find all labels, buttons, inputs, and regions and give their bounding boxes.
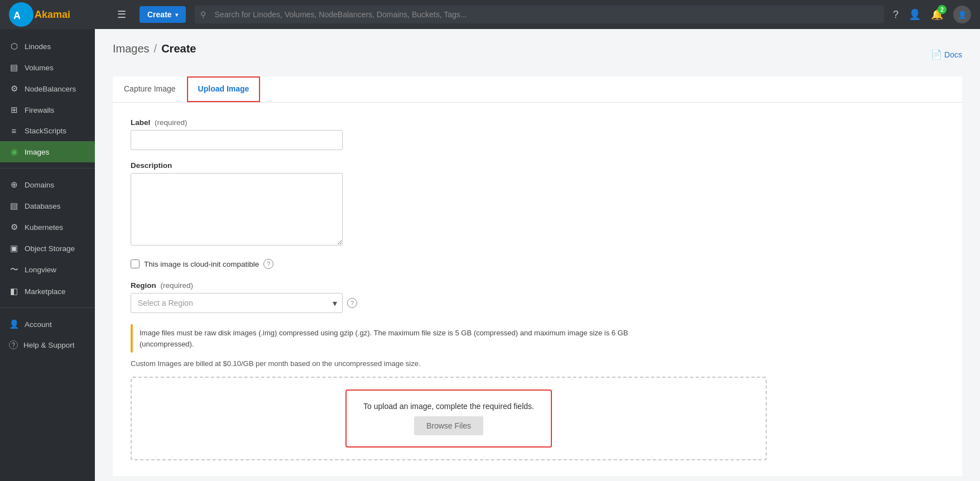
sidebar-item-label: StackScripts bbox=[25, 127, 66, 135]
region-text: Region bbox=[131, 281, 156, 290]
info-bar bbox=[131, 324, 133, 353]
sidebar-item-databases[interactable]: ▤ Databases bbox=[0, 195, 95, 217]
sidebar-item-label: Volumes bbox=[25, 64, 54, 72]
breadcrumb-row: Images / Create 📄 Docs bbox=[113, 42, 962, 66]
region-required: (required) bbox=[161, 281, 194, 290]
users-icon-button[interactable]: 👤 bbox=[909, 8, 921, 21]
sidebar-item-account[interactable]: 👤 Account bbox=[0, 314, 95, 335]
browse-files-label: Browse Files bbox=[426, 421, 471, 430]
svg-text:A: A bbox=[13, 10, 21, 21]
notifications-button[interactable]: 🔔 2 bbox=[931, 8, 943, 21]
region-form-group: Region (required) Select a Region ▾ ? bbox=[131, 281, 944, 313]
search-input[interactable] bbox=[195, 6, 884, 23]
docs-label: Docs bbox=[944, 50, 962, 59]
stackscripts-icon: ≡ bbox=[9, 126, 19, 136]
sidebar-item-images[interactable]: ◉ Images bbox=[0, 141, 95, 162]
breadcrumb: Images / Create bbox=[113, 42, 196, 55]
sidebar-item-label: Marketplace bbox=[25, 287, 66, 296]
tab-upload-image[interactable]: Upload Image bbox=[187, 76, 261, 102]
upload-dropzone[interactable]: To upload an image, complete the require… bbox=[131, 377, 767, 460]
akamai-logo: A bbox=[9, 2, 33, 27]
label-field-label: Label (required) bbox=[131, 118, 944, 127]
sidebar-item-label: Account bbox=[25, 320, 52, 329]
region-select-row: Select a Region ▾ ? bbox=[131, 293, 944, 313]
region-field-label: Region (required) bbox=[131, 281, 944, 290]
cloud-init-help-icon[interactable]: ? bbox=[263, 259, 273, 269]
app-body: ⬡ Linodes ▤ Volumes ⚙ NodeBalancers ⊞ Fi… bbox=[0, 29, 980, 481]
upload-zone-inner: To upload an image, complete the require… bbox=[345, 389, 552, 448]
sidebar-item-label: Help & Support bbox=[23, 341, 75, 349]
sidebar-item-label: Images bbox=[25, 148, 49, 156]
sidebar-item-stackscripts[interactable]: ≡ StackScripts bbox=[0, 121, 95, 141]
form-area: Label (required) Description This image … bbox=[113, 103, 962, 476]
sidebar-item-help-support[interactable]: ? Help & Support bbox=[0, 335, 95, 355]
create-arrow-icon: ▾ bbox=[175, 12, 178, 18]
logo-area: A Akamai bbox=[9, 2, 104, 27]
sidebar-item-label: Domains bbox=[25, 181, 54, 189]
billing-text: Custom Images are billed at $0.10/GB per… bbox=[131, 359, 944, 368]
description-textarea[interactable] bbox=[131, 173, 343, 246]
sidebar-item-domains[interactable]: ⊕ Domains bbox=[0, 174, 95, 195]
sidebar-item-label: NodeBalancers bbox=[25, 85, 76, 93]
docs-link[interactable]: 📄 Docs bbox=[931, 49, 962, 60]
sidebar-item-firewalls[interactable]: ⊞ Firewalls bbox=[0, 99, 95, 121]
sidebar-item-nodebalancers[interactable]: ⚙ NodeBalancers bbox=[0, 78, 95, 99]
tab-label: Upload Image bbox=[198, 84, 249, 93]
main-content: Images / Create 📄 Docs Capture Image Upl… bbox=[95, 29, 980, 481]
account-icon: 👤 bbox=[9, 319, 19, 329]
create-button[interactable]: Create ▾ bbox=[140, 6, 186, 23]
cloud-init-row: This image is cloud-init compatible ? bbox=[131, 259, 944, 269]
longview-icon: 〜 bbox=[9, 264, 19, 275]
browse-files-button[interactable]: Browse Files bbox=[414, 416, 483, 435]
docs-icon: 📄 bbox=[931, 49, 942, 60]
tab-capture-image[interactable]: Capture Image bbox=[113, 76, 187, 102]
search-wrapper: ⚲ bbox=[195, 6, 884, 23]
region-select[interactable]: Select a Region bbox=[131, 293, 343, 313]
images-icon: ◉ bbox=[9, 147, 19, 157]
label-required: (required) bbox=[155, 118, 188, 127]
cloud-init-label: This image is cloud-init compatible bbox=[144, 260, 259, 268]
region-help-icon[interactable]: ? bbox=[347, 298, 357, 308]
label-text: Label bbox=[131, 118, 150, 127]
hamburger-button[interactable]: ☰ bbox=[113, 6, 131, 23]
help-icon-button[interactable]: ? bbox=[893, 9, 899, 21]
linodes-icon: ⬡ bbox=[9, 41, 19, 51]
label-form-group: Label (required) bbox=[131, 118, 944, 150]
avatar-button[interactable]: 👤 bbox=[953, 6, 971, 23]
help-icon: ? bbox=[9, 340, 18, 349]
info-notice: Image files must be raw disk images (.im… bbox=[131, 324, 655, 353]
tabs-bar: Capture Image Upload Image bbox=[113, 76, 962, 103]
sidebar-item-volumes[interactable]: ▤ Volumes bbox=[0, 57, 95, 78]
top-nav: A Akamai ☰ Create ▾ ⚲ ? 👤 🔔 2 👤 bbox=[0, 0, 980, 29]
info-notice-text: Image files must be raw disk images (.im… bbox=[140, 324, 655, 353]
cloud-init-checkbox[interactable] bbox=[131, 259, 140, 268]
nodebalancers-icon: ⚙ bbox=[9, 84, 19, 94]
notification-badge: 2 bbox=[938, 5, 947, 14]
databases-icon: ▤ bbox=[9, 201, 19, 211]
search-icon: ⚲ bbox=[200, 10, 206, 19]
svg-point-0 bbox=[9, 2, 33, 27]
avatar-icon: 👤 bbox=[958, 11, 967, 19]
sidebar: ⬡ Linodes ▤ Volumes ⚙ NodeBalancers ⊞ Fi… bbox=[0, 29, 95, 481]
volumes-icon: ▤ bbox=[9, 62, 19, 73]
sidebar-item-kubernetes[interactable]: ⚙ Kubernetes bbox=[0, 217, 95, 238]
sidebar-item-label: Firewalls bbox=[25, 106, 54, 114]
sidebar-item-longview[interactable]: 〜 Longview bbox=[0, 259, 95, 281]
sidebar-item-label: Databases bbox=[25, 202, 61, 210]
label-input[interactable] bbox=[131, 130, 343, 150]
sidebar-item-marketplace[interactable]: ◧ Marketplace bbox=[0, 281, 95, 302]
create-label: Create bbox=[147, 10, 172, 19]
description-field-label: Description bbox=[131, 161, 944, 170]
firewalls-icon: ⊞ bbox=[9, 105, 19, 115]
description-form-group: Description bbox=[131, 161, 944, 248]
sidebar-divider bbox=[0, 168, 95, 169]
marketplace-icon: ◧ bbox=[9, 286, 19, 296]
sidebar-item-label: Linodes bbox=[25, 42, 51, 51]
breadcrumb-parent-link[interactable]: Images bbox=[113, 42, 150, 55]
brand-name: Akamai bbox=[35, 9, 70, 21]
sidebar-item-object-storage[interactable]: ▣ Object Storage bbox=[0, 238, 95, 259]
domains-icon: ⊕ bbox=[9, 180, 19, 190]
object-storage-icon: ▣ bbox=[9, 243, 19, 253]
sidebar-item-linodes[interactable]: ⬡ Linodes bbox=[0, 36, 95, 57]
upload-required-message: To upload an image, complete the require… bbox=[363, 402, 534, 411]
